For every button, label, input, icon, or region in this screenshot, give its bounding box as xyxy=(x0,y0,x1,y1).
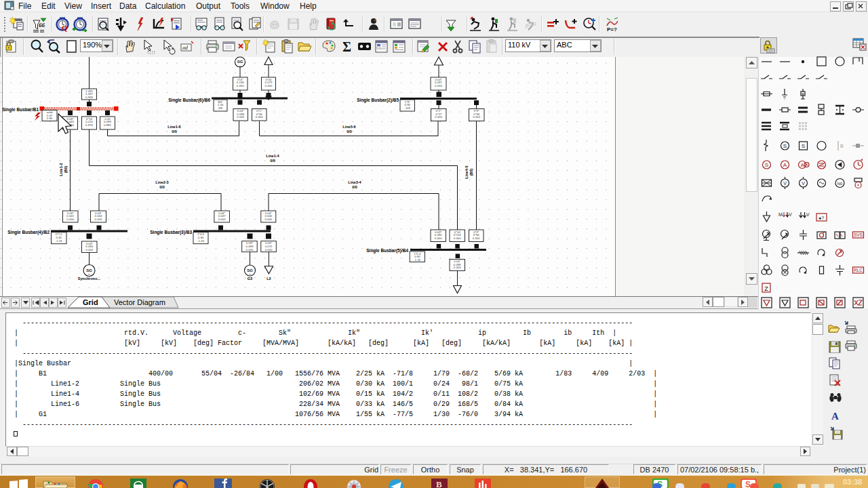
svg-text:A: A xyxy=(801,163,804,167)
svg-text:0.885: 0.885 xyxy=(104,123,111,127)
svg-text:-1.26: -1.26 xyxy=(56,239,62,243)
svg-text:B: B xyxy=(436,479,442,488)
svg-text:Grid: Grid xyxy=(83,298,98,306)
svg-text:Z: Z xyxy=(764,285,768,292)
svg-text:0.000: 0.000 xyxy=(265,248,273,251)
svg-text:L2: L2 xyxy=(267,277,271,281)
svg-text:SVS: SVS xyxy=(854,232,863,237)
svg-text:Synchrono...: Synchrono... xyxy=(78,277,101,281)
svg-text:0.000: 0.000 xyxy=(435,115,442,119)
svg-text:66: 66 xyxy=(39,22,45,28)
svg-text:Line1-4: Line1-4 xyxy=(266,154,279,158)
svg-text:Vector Diagram: Vector Diagram xyxy=(114,298,165,306)
svg-text:RLC: RLC xyxy=(854,268,863,272)
svg-text:B: B xyxy=(840,144,844,148)
svg-text:Line1-2: Line1-2 xyxy=(59,163,63,176)
svg-text:Line4-5: Line4-5 xyxy=(465,165,469,178)
svg-text:V: V xyxy=(806,212,810,217)
svg-text:Σ: Σ xyxy=(342,39,351,54)
svg-text:ad: ad xyxy=(182,45,189,51)
svg-text:0.000: 0.000 xyxy=(265,84,273,87)
svg-text:S: S xyxy=(765,162,768,168)
svg-text:Line2-3: Line2-3 xyxy=(155,180,168,184)
svg-text:P=?: P=? xyxy=(607,26,617,33)
svg-text:Single Busbar(3)/B3: Single Busbar(3)/B3 xyxy=(150,230,192,235)
svg-text:0.000: 0.000 xyxy=(435,237,442,240)
svg-text:A: A xyxy=(783,162,787,168)
svg-text:Single Busbar(5)/B4: Single Busbar(5)/B4 xyxy=(366,248,408,253)
svg-text:Line3-4: Line3-4 xyxy=(348,180,361,184)
svg-text:●?: ●? xyxy=(818,216,824,220)
svg-text:0.000: 0.000 xyxy=(454,237,461,240)
svg-text:0.000: 0.000 xyxy=(264,218,272,221)
svg-text:S: S xyxy=(783,143,787,149)
svg-text:Line5-6: Line5-6 xyxy=(342,125,355,129)
svg-text:0/0: 0/0 xyxy=(270,159,275,163)
svg-text:0/0: 0/0 xyxy=(159,185,165,189)
svg-text:9/9: 9/9 xyxy=(218,106,223,110)
svg-text:(B0): (B0) xyxy=(64,165,68,173)
svg-text:Single Busbar(6)/B6: Single Busbar(6)/B6 xyxy=(168,98,210,103)
svg-text:0.000: 0.000 xyxy=(435,84,442,87)
svg-text:Line1-6: Line1-6 xyxy=(167,125,180,129)
svg-text:V: V xyxy=(789,212,792,217)
svg-text:A: A xyxy=(831,411,839,422)
svg-text:0.000: 0.000 xyxy=(66,218,74,221)
svg-text:0/0: 0/0 xyxy=(347,129,352,134)
svg-text:0/0: 0/0 xyxy=(352,185,357,189)
svg-text:~: ~ xyxy=(239,64,241,68)
svg-text:~: ~ xyxy=(249,272,252,276)
svg-text:0.000: 0.000 xyxy=(256,115,263,119)
svg-text:0/0: 0/0 xyxy=(172,129,177,134)
svg-text:0.66: 0.66 xyxy=(47,117,53,120)
svg-text:Single Busbar(2)/B5: Single Busbar(2)/B5 xyxy=(357,98,399,103)
svg-text:S: S xyxy=(802,143,805,149)
svg-text:0.000: 0.000 xyxy=(473,237,480,240)
svg-text:0.000: 0.000 xyxy=(473,115,480,119)
svg-text:G3: G3 xyxy=(248,277,252,281)
svg-text:0.000: 0.000 xyxy=(246,248,254,251)
svg-text:0.000: 0.000 xyxy=(237,115,244,119)
svg-text:Single Busbar/B1: Single Busbar/B1 xyxy=(2,107,39,113)
svg-text:0.936: 0.936 xyxy=(85,96,93,99)
svg-text:Single Busbar(4)/B2: Single Busbar(4)/B2 xyxy=(7,230,50,235)
svg-text:M: M xyxy=(778,212,783,217)
svg-text:0.000: 0.000 xyxy=(454,266,461,269)
svg-text:V: V xyxy=(783,181,787,186)
svg-text:0.000: 0.000 xyxy=(95,218,102,221)
svg-text:0.000: 0.000 xyxy=(85,248,93,251)
svg-text:N0: N0 xyxy=(837,182,843,186)
svg-text:Q: Q xyxy=(62,24,68,32)
svg-text:(B0): (B0) xyxy=(469,168,473,176)
svg-text:0.976: 0.976 xyxy=(85,123,93,127)
svg-text:-1.26: -1.26 xyxy=(197,239,204,243)
svg-text:-118: -118 xyxy=(405,106,411,110)
svg-text:0.000: 0.000 xyxy=(218,218,226,221)
svg-text:-1.26: -1.26 xyxy=(414,258,420,262)
svg-text:0.000: 0.000 xyxy=(237,84,244,87)
svg-text:~: ~ xyxy=(88,272,91,276)
svg-text:V: V xyxy=(802,181,805,186)
